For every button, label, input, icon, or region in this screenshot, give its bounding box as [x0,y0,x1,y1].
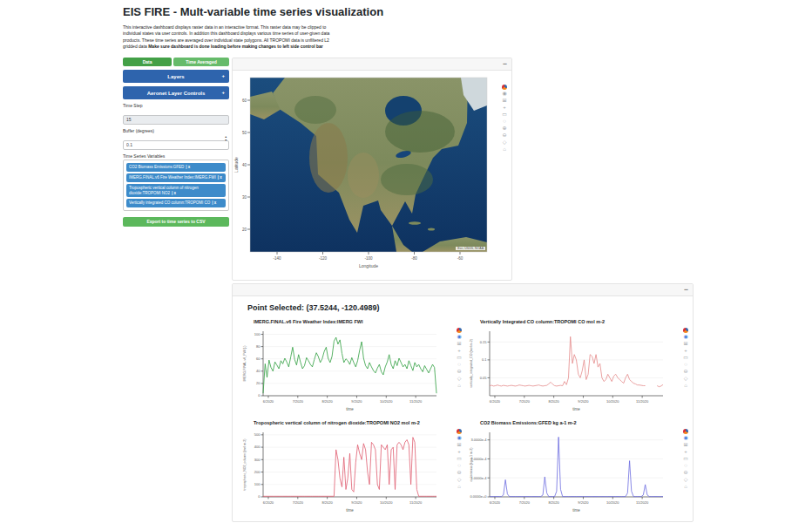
stepper-icon[interactable]: ▲▼ [225,135,227,142]
zoom-out-icon[interactable]: ⊖ [683,470,687,476]
plus-icon: + [221,90,225,95]
variable-chip[interactable]: CO2 Biomass Emissions:GFED| x [126,163,226,172]
zoom-icon[interactable]: ⊞ [457,341,461,347]
latitude-tick-label: 50 [242,131,247,135]
reset-axes-icon[interactable]: ⌂ [503,146,506,153]
zoom-out-icon[interactable]: ⊖ [683,369,687,375]
y-tick-label: 1.0000e-4 [470,476,487,480]
box-select-icon[interactable]: ▭ [457,456,462,462]
collapse-map-button[interactable]: − [503,59,507,69]
time-step-input[interactable] [123,115,229,125]
map-body: -140-120-100-80-606050403020LongitudeLat… [233,71,510,280]
lasso-select-icon[interactable]: ◌ [684,463,687,469]
variable-chip[interactable]: Vertically integrated CO column:TROPOMI … [126,199,226,207]
gfed-line-chart[interactable]: 0.0000e+01.0000e-42.0000e-43.0000e-46/20… [466,427,675,514]
variable-chip[interactable]: IMERG.FINAL.v6 Fire Weather Index:IMERG.… [126,173,226,182]
variable-chip[interactable]: Tropospheric vertical column of nitrogen… [126,184,226,198]
chip-close-icon[interactable]: | x [172,191,176,195]
zoom-icon[interactable]: ⊞ [457,442,461,448]
chart-gfed: CO2 Biomass Emissions:GFED kg a-1 m-2 0.… [466,420,689,520]
zoom-icon[interactable]: ⊞ [683,442,687,448]
camera-icon[interactable]: ◉ [457,334,461,340]
zoom-icon[interactable]: ⊞ [502,98,506,104]
y-tick-label: 60 [256,357,261,361]
lasso-select-icon[interactable]: ◌ [684,362,687,368]
pan-icon[interactable]: + [457,348,461,354]
reset-axes-icon[interactable]: ⌂ [457,383,461,389]
zoom-out-icon[interactable]: ⊖ [457,470,461,476]
collapse-point-button[interactable]: − [684,285,688,295]
reset-axes-icon[interactable]: ⌂ [684,383,687,389]
lasso-select-icon[interactable]: ◌ [457,463,461,469]
map-card-header: − [233,58,511,71]
camera-icon[interactable]: ◉ [457,435,461,441]
y-tick-label: 0 [258,494,261,499]
time-averaged-tab-button[interactable]: Time Averaged [173,58,229,66]
autoscale-icon[interactable]: ◇ [684,376,688,382]
box-select-icon[interactable]: ▭ [457,355,462,361]
camera-icon[interactable]: ◉ [502,91,506,97]
plotly-logo-icon[interactable] [457,328,462,333]
autoscale-icon[interactable]: ◇ [457,376,462,382]
box-select-icon[interactable]: ▭ [683,355,688,361]
box-select-icon[interactable]: ▭ [502,112,507,118]
x-tick-label: 9/2020 [578,399,589,404]
co-line-chart[interactable]: 0.050.10.156/20207/20208/20209/202010/20… [466,326,675,413]
y-tick-label: 0.1 [482,357,487,362]
reset-axes-icon[interactable]: ⌂ [684,484,687,490]
x-tick-label: 7/2020 [519,399,531,404]
chart-modebar: ◉⊞+▭◌⊖◇⌂ [457,328,462,389]
chip-close-icon[interactable]: | x [186,165,190,169]
zoom-in-icon[interactable]: ⊕ [502,126,506,132]
x-tick-label: 8/2020 [322,500,334,505]
fwi-line-chart[interactable]: 0204060801006/20207/20208/20209/202010/2… [240,326,449,413]
y-tick-label: 40 [256,369,261,373]
camera-icon[interactable]: ◉ [683,334,687,340]
lasso-select-icon[interactable]: ◌ [457,362,461,368]
plotly-logo-icon[interactable] [457,429,462,434]
y-tick-label: 300 [254,458,261,462]
autoscale-icon[interactable]: ◇ [684,477,688,483]
plotly-logo-icon[interactable] [683,429,688,434]
chart-title: Vertically Integrated CO column:TROPOMI … [480,319,689,325]
camera-icon[interactable]: ◉ [683,435,687,441]
map-attribution: Esri, USGS, NOAA [456,247,485,250]
x-tick-label: 11/2020 [409,500,423,505]
pan-icon[interactable]: + [684,449,687,455]
plotly-logo-icon[interactable] [502,85,507,90]
x-tick-label: 11/2020 [409,399,423,404]
zoom-icon[interactable]: ⊞ [683,341,687,347]
y-tick-label: 500 [254,432,261,437]
plotly-logo-icon[interactable] [683,328,688,333]
pan-icon[interactable]: + [684,348,687,354]
x-axis-label: time [346,508,354,513]
y-axis-label: co.biomass (kg a-1 m-2) [470,448,473,482]
zoom-out-icon[interactable]: ⊖ [457,369,461,375]
no2-line-chart[interactable]: 01002003004005006/20207/20208/20209/2020… [240,427,449,514]
box-select-icon[interactable]: ▭ [683,456,688,462]
y-tick-label: 0.15 [480,340,488,344]
y-axis-label: IMERG.FINAL.v6_FWI (-) [243,346,247,382]
reset-axes-icon[interactable]: ⌂ [457,484,461,490]
aeronet-accordion[interactable]: Aeronet Layer Controls + [123,86,229,99]
pan-icon[interactable]: + [503,105,506,111]
page-title: EIS FIRE - Mult-variable time series vis… [123,5,383,18]
autoscale-icon[interactable]: ◇ [503,139,507,146]
export-csv-button[interactable]: Export to time series to CSV [123,217,229,227]
chip-close-icon[interactable]: | x [218,175,222,180]
x-tick-label: 10/2020 [606,500,619,505]
data-tab-button[interactable]: Data [123,58,172,66]
layers-accordion[interactable]: Layers + [123,70,229,83]
autoscale-icon[interactable]: ◇ [457,477,462,483]
y-tick-label: 80 [256,344,261,349]
pan-icon[interactable]: + [457,449,461,455]
dashboard-page: EIS FIRE - Mult-variable time series vis… [0,0,812,523]
latitude-tick-label: 20 [242,228,247,232]
latitude-axis-label: Latitude [233,157,239,173]
chart-title: CO2 Biomass Emissions:GFED kg a-1 m-2 [480,420,689,426]
zoom-out-icon[interactable]: ⊖ [502,132,506,139]
chip-close-icon[interactable]: | x [212,200,216,205]
buffer-input[interactable] [123,140,229,150]
y-tick-label: 100 [254,482,261,486]
lasso-select-icon[interactable]: ◌ [503,119,506,125]
